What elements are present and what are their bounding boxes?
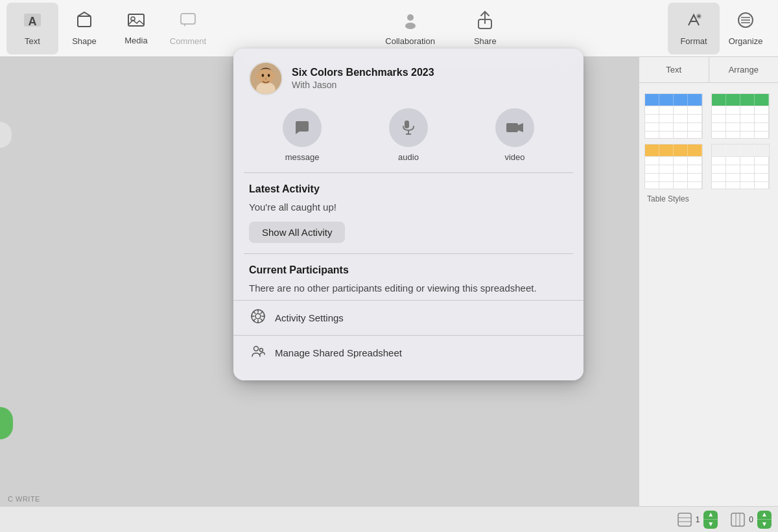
comm-btn-audio-label: audio	[398, 152, 419, 162]
rows-icon	[678, 513, 692, 527]
message-btn-circle[interactable]	[283, 108, 322, 147]
table-styles-label: Table Styles	[644, 194, 773, 203]
popup-title-area: Six Colors Benchmarks 2023 With Jason	[292, 67, 434, 90]
table-style-green[interactable]	[711, 93, 770, 139]
comm-btn-message-label: message	[285, 152, 320, 162]
toolbar-item-text[interactable]: A Text	[6, 3, 58, 54]
cols-control: 0 ▲ ▼	[731, 511, 772, 529]
toolbar-item-shape[interactable]: Shape	[58, 3, 110, 54]
toolbar-item-collaboration[interactable]: Collaboration	[385, 10, 435, 46]
svg-rect-5	[181, 14, 195, 24]
video-btn-circle[interactable]	[495, 108, 534, 147]
svg-rect-26	[506, 123, 518, 132]
left-handle-bottom	[0, 407, 13, 439]
svg-rect-3	[128, 14, 144, 26]
rows-decrement[interactable]: ▼	[703, 520, 718, 529]
media-icon	[127, 12, 145, 33]
svg-text:A: A	[29, 15, 37, 28]
collaboration-icon	[401, 10, 420, 34]
svg-point-7	[405, 23, 416, 29]
svg-point-6	[407, 14, 414, 21]
comm-btn-video-label: video	[504, 152, 525, 162]
manage-shared-label: Manage Shared Spreadsheet	[275, 347, 402, 358]
audio-btn-circle[interactable]	[389, 108, 428, 147]
text-icon: A	[23, 11, 42, 34]
comment-icon	[179, 11, 197, 34]
svg-point-21	[268, 74, 270, 77]
svg-point-28	[255, 314, 261, 319]
manage-shared-item[interactable]: Manage Shared Spreadsheet	[233, 335, 584, 370]
rows-control: 1 ▲ ▼	[678, 511, 718, 529]
manage-shared-icon	[249, 343, 267, 362]
shape-icon	[75, 11, 93, 34]
comm-btn-message[interactable]: message	[283, 108, 322, 162]
toolbar-item-format[interactable]: Format	[668, 3, 720, 54]
comm-btn-audio[interactable]: audio	[389, 108, 428, 162]
toolbar-collaboration-label: Collaboration	[385, 36, 435, 46]
organize-icon	[737, 11, 755, 34]
activity-settings-icon	[249, 308, 267, 327]
toolbar-item-share[interactable]: Share	[474, 10, 497, 46]
right-panel-tabs: Text Arrange	[639, 57, 778, 83]
svg-point-20	[262, 74, 265, 77]
write-status: C WRITE	[8, 495, 40, 503]
svg-rect-2	[78, 16, 91, 27]
popup-header: Six Colors Benchmarks 2023 With Jason	[233, 49, 584, 106]
rows-value: 1	[696, 515, 700, 524]
cols-increment[interactable]: ▲	[757, 511, 772, 520]
toolbar-center: Collaboration Share	[214, 10, 668, 46]
table-style-blue[interactable]	[644, 93, 703, 139]
toolbar-shape-label: Shape	[72, 36, 97, 46]
current-participants-text: There are no other participants editing …	[249, 281, 568, 295]
svg-point-30	[260, 349, 263, 352]
right-panel: Text Arrange	[639, 57, 778, 532]
svg-rect-14	[731, 513, 744, 526]
toolbar-item-media[interactable]: Media	[110, 3, 162, 54]
svg-rect-11	[678, 513, 691, 526]
toolbar-right: Format Organize	[668, 3, 772, 54]
collaboration-popup: Six Colors Benchmarks 2023 With Jason me…	[233, 49, 584, 380]
cols-decrement[interactable]: ▼	[757, 520, 772, 529]
cols-stepper[interactable]: ▲ ▼	[757, 511, 772, 529]
toolbar-item-organize[interactable]: Organize	[720, 3, 772, 54]
toolbar-left: A Text Shape Media	[6, 3, 214, 54]
latest-activity-text: You're all caught up!	[249, 200, 568, 214]
table-styles-section: Table Styles	[639, 83, 778, 209]
rows-stepper[interactable]: ▲ ▼	[703, 511, 718, 529]
latest-activity-section: Latest Activity You're all caught up! Sh…	[233, 173, 584, 248]
avatar	[249, 62, 283, 95]
toolbar-item-comment[interactable]: Comment	[162, 3, 214, 54]
format-icon	[685, 11, 703, 34]
toolbar-organize-label: Organize	[729, 36, 763, 46]
popup-subtitle: With Jason	[292, 80, 434, 90]
svg-point-23	[272, 74, 276, 78]
current-participants-section: Current Participants There are no other …	[233, 254, 584, 300]
svg-point-22	[256, 74, 260, 78]
cols-value: 0	[749, 515, 753, 524]
table-style-orange[interactable]	[644, 144, 703, 189]
activity-settings-item[interactable]: Activity Settings	[233, 300, 584, 335]
comm-btn-video[interactable]: video	[495, 108, 534, 162]
activity-settings-label: Activity Settings	[275, 312, 344, 323]
bottom-bar: C WRITE 1 ▲ ▼ 0 ▲ ▼	[0, 506, 778, 532]
share-icon	[477, 10, 493, 34]
toolbar-format-label: Format	[680, 36, 707, 46]
popup-doc-name: Six Colors Benchmarks 2023	[292, 67, 434, 78]
table-styles-grid	[644, 93, 773, 189]
table-style-plain[interactable]	[711, 144, 770, 189]
toolbar-text-label: Text	[25, 36, 40, 46]
left-handle-top	[0, 122, 12, 148]
show-all-activity-button[interactable]: Show All Activity	[249, 222, 345, 243]
toolbar-share-label: Share	[474, 36, 497, 46]
toolbar-media-label: Media	[124, 36, 147, 45]
svg-point-29	[254, 347, 259, 351]
rows-increment[interactable]: ▲	[703, 511, 718, 520]
tab-text[interactable]: Text	[639, 57, 709, 82]
toolbar-comment-label: Comment	[170, 36, 206, 46]
comm-buttons: message audio video	[233, 106, 584, 172]
latest-activity-title: Latest Activity	[249, 183, 568, 195]
svg-point-19	[258, 68, 274, 84]
tab-arrange[interactable]: Arrange	[709, 57, 779, 82]
cols-icon	[731, 513, 745, 527]
current-participants-title: Current Participants	[249, 264, 568, 276]
